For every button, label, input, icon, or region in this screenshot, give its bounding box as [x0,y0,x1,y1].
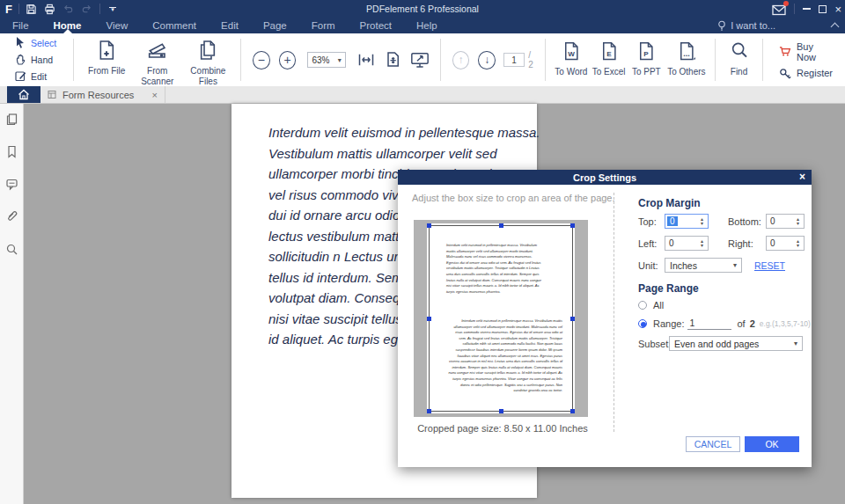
ok-button[interactable]: OK [745,436,799,452]
divider [715,39,716,81]
combine-files-button[interactable]: Combine Files [183,36,234,84]
menu-help[interactable]: Help [404,18,450,33]
customize-toolbar-icon[interactable]: ▾ [107,3,119,15]
divider [99,4,100,14]
register-button[interactable]: Register [779,68,833,79]
cancel-button[interactable]: CANCEL [686,436,740,452]
previous-page-button[interactable]: ↑ [452,51,470,69]
pdfelement-window: F ▾ PDFelement 6 Professional [0,0,845,504]
fit-width-button[interactable] [356,49,376,70]
range-label: Range: [653,318,684,329]
subset-label: Subset: [638,339,669,349]
notifications-mail-icon[interactable] [772,4,786,15]
app-logo-icon: F [5,4,12,15]
page-range-heading: Page Range [638,282,805,295]
range-radio[interactable] [638,319,647,328]
edit-pen-icon [14,69,26,84]
page-number-input[interactable]: 1 [503,53,525,67]
home-tab[interactable] [7,86,40,103]
fit-page-button[interactable] [383,49,402,70]
crop-handle-bottom-center[interactable] [499,409,503,413]
crop-left-input[interactable]: 0 ▴▾ [665,236,709,251]
crop-handle-mid-right[interactable] [570,317,575,321]
from-scanner-button[interactable]: From Scanner [132,36,183,84]
range-hint: e.g.(1,3,5,7-10) [760,319,811,328]
comments-panel-icon[interactable] [5,178,18,194]
all-radio[interactable] [638,301,647,310]
menu-edit[interactable]: Edit [209,18,251,33]
dialog-close-icon[interactable]: × [799,171,805,183]
thumbnails-panel-icon[interactable] [5,113,18,129]
crop-settings-dialog: Crop Settings × Adjust the box size to c… [398,170,812,467]
spinner-arrows[interactable]: ▴▾ [792,217,804,226]
crop-handle-top-right[interactable] [570,223,575,228]
to-excel-button[interactable]: E To Excel [590,36,628,84]
chevron-down-icon: ▾ [794,340,797,347]
to-ppt-button[interactable]: P To PPT [628,36,665,84]
crop-box[interactable] [429,225,573,412]
divider [440,39,441,81]
tab-form-resources[interactable]: Form Resources × [40,86,165,103]
of-label: of [737,318,745,329]
menu-page[interactable]: Page [251,18,299,33]
menu-file[interactable]: File [0,18,41,33]
tab-close-icon[interactable]: × [152,90,158,100]
bookmarks-panel-icon[interactable] [5,145,18,162]
menu-form[interactable]: Form [299,18,348,33]
crop-handle-top-center[interactable] [499,223,503,228]
crop-handle-mid-left[interactable] [427,317,431,321]
hand-tool-button[interactable]: Hand [14,53,66,68]
menu-comment[interactable]: Comment [140,18,209,33]
preview-page: Interdum velit euismod in pellentesque m… [427,223,575,413]
crop-margin-heading: Crop Margin [638,197,805,209]
crop-handle-bottom-left[interactable] [427,409,431,413]
undo-icon[interactable] [62,3,75,15]
toolbar: Select Hand Edit From File [0,33,845,86]
zoom-level-select[interactable]: 63% ▾ [307,52,345,68]
crop-handle-bottom-right[interactable] [570,409,575,413]
search-panel-icon[interactable] [5,243,18,259]
print-icon[interactable] [44,3,56,15]
find-button[interactable]: Find [723,36,755,84]
subset-select[interactable]: Even and odd pages ▾ [669,336,803,351]
attachments-panel-icon[interactable] [5,210,18,227]
unit-select[interactable]: Inches ▾ [665,258,742,273]
menu-view[interactable]: View [93,18,140,33]
crop-top-input[interactable]: 0 ▴▾ [665,214,709,229]
crop-right-input[interactable]: 0 ▴▾ [766,236,805,251]
document-tab-icon [48,90,57,99]
page-total-label: / 2 [528,50,537,69]
minimize-button[interactable] [803,8,811,10]
zoom-out-button[interactable]: − [253,51,270,69]
presentation-mode-button[interactable] [409,49,429,70]
redo-icon[interactable] [81,3,93,15]
cart-icon [779,46,791,57]
edit-tool-button[interactable]: Edit [14,69,66,84]
spinner-arrows[interactable]: ▴▾ [696,217,708,226]
collapse-toolbar-icon[interactable] [831,23,840,32]
spinner-arrows[interactable]: ▴▾ [792,239,804,248]
close-button[interactable]: × [834,4,841,15]
save-icon[interactable] [26,3,38,15]
page-plus-icon [97,40,116,64]
buy-now-button[interactable]: Buy Now [779,41,833,62]
reset-link[interactable]: RESET [754,260,785,271]
range-input[interactable]: 1 [687,318,731,330]
to-word-button[interactable]: W To Word [553,36,591,84]
spinner-arrows[interactable]: ▴▾ [696,239,708,248]
next-page-button[interactable]: ↓ [478,51,496,69]
doc-others-icon: ... [678,40,695,65]
menu-home[interactable]: Home [41,18,94,33]
from-file-button[interactable]: From File [81,36,132,84]
i-want-to-button[interactable]: I want to... [717,20,775,32]
to-others-button[interactable]: ... To Others [665,36,708,84]
unit-label: Unit: [638,260,665,271]
crop-handle-top-left[interactable] [427,223,431,228]
doc-excel-icon: E [600,40,618,65]
divider [545,39,546,81]
zoom-in-button[interactable]: + [279,51,297,69]
select-tool-button[interactable]: Select [14,36,66,51]
crop-bottom-input[interactable]: 0 ▴▾ [766,214,805,229]
menu-protect[interactable]: Protect [348,18,404,33]
restore-button[interactable] [819,5,827,13]
